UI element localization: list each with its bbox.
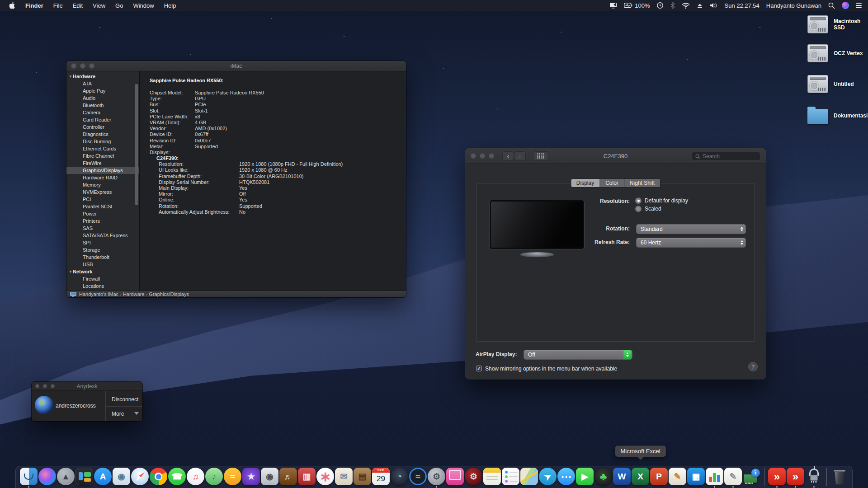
airplay-display-dropdown[interactable]: Off bbox=[524, 350, 632, 360]
volume-icon[interactable] bbox=[710, 2, 717, 9]
dock-facetime[interactable]: ▶ bbox=[576, 468, 594, 485]
sidebar-item-locations[interactable]: Locations bbox=[66, 282, 139, 290]
dock-microsoft-excel[interactable]: XMicrosoft Excel bbox=[632, 468, 649, 485]
dock-numbers[interactable] bbox=[706, 468, 723, 485]
dock-maps[interactable] bbox=[520, 468, 538, 485]
dock-mission-control[interactable] bbox=[75, 468, 93, 485]
dock-anydesk[interactable]: » bbox=[768, 468, 786, 485]
sidebar-item-sata-sata-express[interactable]: SATA/SATA Express bbox=[66, 232, 139, 239]
dock-forest-music-app[interactable]: ♪ bbox=[205, 468, 223, 485]
sidebar-item-diagnostics[interactable]: Diagnostics bbox=[66, 131, 139, 138]
eject-icon[interactable] bbox=[697, 3, 703, 9]
sidebar-item-nvmexpress[interactable]: NVMExpress bbox=[66, 188, 139, 196]
sidebar-item-firewire[interactable]: FireWire bbox=[66, 160, 139, 167]
sidebar-item-parallel-scsi[interactable]: Parallel SCSI bbox=[66, 203, 139, 210]
dock-notes[interactable] bbox=[483, 468, 501, 485]
sidebar-item-firewall[interactable]: Firewall bbox=[66, 275, 139, 282]
sidebar-item-hardware-raid[interactable]: Hardware RAID bbox=[66, 174, 139, 181]
sidebar-item-fibre-channel[interactable]: Fibre Channel bbox=[66, 152, 139, 160]
time-machine-icon[interactable] bbox=[656, 2, 664, 9]
dock-microsoft-powerpoint[interactable]: P bbox=[650, 468, 668, 485]
sidebar-item-printers[interactable]: Printers bbox=[66, 217, 139, 225]
desktop-icon-ocz-vertex[interactable]: OCZ Vertex bbox=[807, 44, 868, 62]
sidebar-item-bluetooth[interactable]: Bluetooth bbox=[66, 102, 139, 109]
menu-window[interactable]: Window bbox=[128, 2, 159, 9]
spotlight-search-icon[interactable] bbox=[828, 2, 835, 9]
dock-line-chart-app[interactable]: ≈ bbox=[409, 468, 427, 485]
menu-go[interactable]: Go bbox=[110, 2, 128, 9]
dock-microsoft-word[interactable]: W bbox=[613, 468, 631, 485]
sidebar-item-spi[interactable]: SPI bbox=[66, 239, 139, 246]
radio-button-selected[interactable] bbox=[635, 197, 642, 204]
menu-file[interactable]: File bbox=[48, 2, 68, 9]
sidebar-item-pci[interactable]: PCI bbox=[66, 196, 139, 203]
sidebar-item-camera[interactable]: Camera bbox=[66, 109, 139, 116]
sidebar-item-disc-burning[interactable]: Disc Burning bbox=[66, 138, 139, 145]
sidebar-scrollbar[interactable] bbox=[135, 84, 138, 205]
wifi-icon[interactable] bbox=[682, 3, 690, 9]
siri-menu-icon[interactable] bbox=[842, 2, 849, 9]
sidebar-item-memory[interactable]: Memory bbox=[66, 181, 139, 188]
dock-launchpad[interactable]: ▲ bbox=[57, 468, 75, 485]
dock-mail[interactable]: ✉ bbox=[335, 468, 353, 485]
sidebar-item-controller[interactable]: Controller bbox=[66, 123, 139, 131]
mirroring-checkbox[interactable]: ✓ bbox=[476, 366, 482, 371]
menu-finder[interactable]: Finder bbox=[20, 2, 48, 9]
sidebar-item-ethernet-cards[interactable]: Ethernet Cards bbox=[66, 145, 139, 152]
dock-chip-monitor-utility[interactable] bbox=[805, 468, 823, 485]
dock-image-capture[interactable]: ◉ bbox=[261, 468, 278, 485]
desktop-icon-dokumentasi[interactable]: Dokumentasi bbox=[807, 107, 868, 124]
sidebar-item-audio[interactable]: Audio bbox=[66, 94, 139, 102]
airplay-display-menu-icon[interactable] bbox=[609, 2, 617, 9]
menu-bar-clock[interactable]: Sun 22.27.54 bbox=[724, 2, 759, 9]
dock-red-sphere-utility[interactable]: ⚙ bbox=[465, 468, 482, 485]
dock-finder[interactable] bbox=[20, 468, 38, 485]
tab-display[interactable]: Display bbox=[571, 179, 600, 187]
more-button[interactable]: More bbox=[112, 411, 124, 417]
sidebar-item-card-reader[interactable]: Card Reader bbox=[66, 116, 139, 123]
rotation-dropdown[interactable]: Standard bbox=[636, 224, 746, 234]
menu-edit[interactable]: Edit bbox=[68, 2, 88, 9]
dock-gauge-app[interactable]: ◔ bbox=[391, 468, 408, 485]
dock-safari[interactable] bbox=[131, 468, 149, 485]
dock-chrome[interactable] bbox=[150, 468, 167, 485]
dock-itunes[interactable]: ♫ bbox=[187, 468, 204, 485]
dock-system-preferences[interactable]: ⚙ bbox=[428, 468, 445, 485]
dock-keynote[interactable]: ▦ bbox=[687, 468, 705, 485]
desktop-icon-untitled[interactable]: Untitled bbox=[807, 75, 868, 93]
help-button[interactable]: ? bbox=[748, 362, 758, 371]
dock-messages[interactable]: ⋯ bbox=[557, 468, 575, 485]
displays-titlebar[interactable]: ‹ › C24F390 Search bbox=[465, 148, 766, 164]
disconnect-button[interactable]: Disconnect bbox=[112, 396, 138, 403]
dock-whatsapp[interactable]: ☎ bbox=[168, 468, 186, 485]
dock-trash[interactable] bbox=[830, 468, 848, 485]
sidebar-item-power[interactable]: Power bbox=[66, 210, 139, 217]
dock-calendar[interactable]: SEP29 bbox=[372, 468, 390, 485]
dock-photo-booth[interactable]: ▥ bbox=[298, 468, 316, 485]
sysinfo-titlebar[interactable]: iMac bbox=[66, 61, 406, 71]
apple-menu-icon[interactable] bbox=[6, 2, 18, 9]
sidebar-item-ata[interactable]: ATA bbox=[66, 80, 139, 87]
radio-option-scaled[interactable]: Scaled bbox=[635, 205, 661, 212]
refresh-rate-dropdown[interactable]: 60 Hertz bbox=[636, 238, 746, 248]
anydesk-titlebar[interactable]: Anydesk bbox=[32, 382, 142, 391]
disclosure-triangle-icon[interactable]: ▼ bbox=[68, 75, 73, 79]
radio-option-default-for-display[interactable]: Default for display bbox=[635, 197, 688, 204]
dock-preview[interactable]: ◉ bbox=[113, 468, 130, 485]
sidebar-item-usb[interactable]: USB bbox=[66, 261, 139, 268]
dock-contacts[interactable]: ▤ bbox=[354, 468, 371, 485]
dock-reminders[interactable] bbox=[502, 468, 519, 485]
sidebar-item-sas[interactable]: SAS bbox=[66, 225, 139, 232]
sidebar-group-network[interactable]: ▼Network bbox=[66, 268, 139, 275]
sidebar-group-hardware[interactable]: ▼Hardware bbox=[66, 73, 139, 80]
fast-user-switching-menu[interactable]: Handyanto Gunawan bbox=[766, 2, 821, 9]
dock-stickies-app[interactable]: ✎ bbox=[669, 468, 686, 485]
tab-night-shift[interactable]: Night Shift bbox=[624, 179, 660, 187]
dock-clover-app[interactable]: ♣ bbox=[594, 468, 612, 485]
sidebar-item-thunderbolt[interactable]: Thunderbolt bbox=[66, 253, 139, 261]
dock-garageband[interactable]: ♬ bbox=[279, 468, 297, 485]
notification-center-icon[interactable] bbox=[856, 3, 862, 8]
sidebar-item-graphics-displays[interactable]: Graphics/Displays bbox=[66, 167, 139, 174]
sidebar-item-apple-pay[interactable]: Apple Pay bbox=[66, 87, 139, 94]
dock-siri[interactable] bbox=[38, 468, 56, 485]
